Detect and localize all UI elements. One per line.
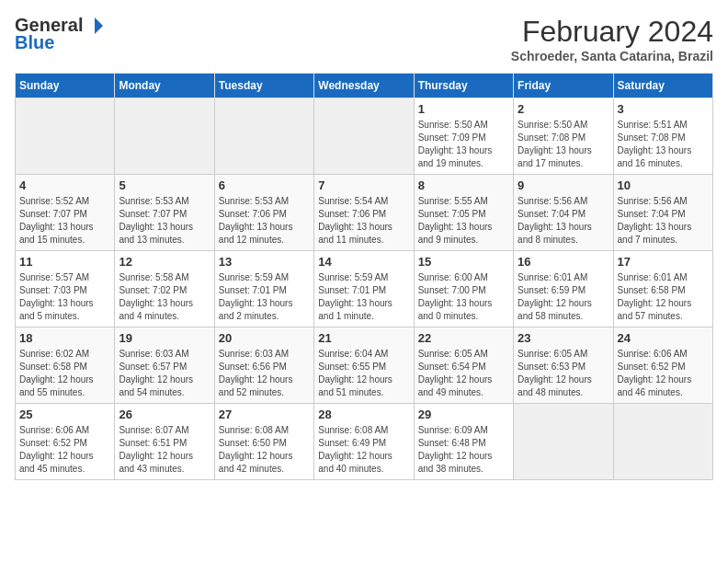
day-info: Sunrise: 5:50 AMSunset: 7:09 PMDaylight:… bbox=[418, 119, 509, 170]
day-info: Sunrise: 6:03 AMSunset: 6:56 PMDaylight:… bbox=[219, 348, 310, 399]
day-of-week-header: Friday bbox=[514, 74, 613, 98]
logo-blue-text: Blue bbox=[15, 32, 54, 53]
calendar-cell: 11Sunrise: 5:57 AMSunset: 7:03 PMDayligh… bbox=[16, 251, 115, 327]
calendar-cell: 16Sunrise: 6:01 AMSunset: 6:59 PMDayligh… bbox=[514, 251, 613, 327]
calendar-cell: 19Sunrise: 6:03 AMSunset: 6:57 PMDayligh… bbox=[115, 327, 214, 404]
day-info: Sunrise: 6:00 AMSunset: 7:00 PMDaylight:… bbox=[418, 271, 509, 323]
calendar-cell: 28Sunrise: 6:08 AMSunset: 6:49 PMDayligh… bbox=[314, 404, 414, 480]
day-info: Sunrise: 6:07 AMSunset: 6:51 PMDaylight:… bbox=[119, 424, 210, 476]
day-number: 3 bbox=[618, 102, 709, 116]
day-info: Sunrise: 5:54 AMSunset: 7:06 PMDaylight:… bbox=[318, 195, 409, 247]
calendar-cell bbox=[613, 404, 712, 480]
calendar-cell: 18Sunrise: 6:02 AMSunset: 6:58 PMDayligh… bbox=[16, 327, 115, 404]
calendar-cell: 3Sunrise: 5:51 AMSunset: 7:08 PMDaylight… bbox=[613, 98, 712, 175]
day-number: 19 bbox=[119, 331, 210, 345]
calendar-cell: 21Sunrise: 6:04 AMSunset: 6:55 PMDayligh… bbox=[314, 327, 414, 404]
day-number: 4 bbox=[19, 178, 110, 192]
calendar-week-row: 18Sunrise: 6:02 AMSunset: 6:58 PMDayligh… bbox=[16, 327, 713, 404]
calendar-cell: 9Sunrise: 5:56 AMSunset: 7:04 PMDaylight… bbox=[514, 175, 613, 251]
calendar-cell: 23Sunrise: 6:05 AMSunset: 6:53 PMDayligh… bbox=[514, 327, 613, 404]
day-of-week-header: Sunday bbox=[16, 74, 115, 98]
calendar-week-row: 25Sunrise: 6:06 AMSunset: 6:52 PMDayligh… bbox=[16, 404, 713, 480]
day-number: 5 bbox=[119, 178, 210, 192]
day-number: 8 bbox=[418, 178, 509, 192]
day-info: Sunrise: 6:01 AMSunset: 6:59 PMDaylight:… bbox=[518, 271, 609, 323]
calendar-header-row: SundayMondayTuesdayWednesdayThursdayFrid… bbox=[16, 74, 713, 98]
day-number: 24 bbox=[618, 331, 709, 345]
calendar-cell: 6Sunrise: 5:53 AMSunset: 7:06 PMDaylight… bbox=[214, 175, 313, 251]
day-number: 17 bbox=[618, 255, 709, 269]
day-info: Sunrise: 5:56 AMSunset: 7:04 PMDaylight:… bbox=[518, 195, 609, 247]
calendar-cell: 29Sunrise: 6:09 AMSunset: 6:48 PMDayligh… bbox=[414, 404, 513, 480]
day-info: Sunrise: 6:08 AMSunset: 6:50 PMDaylight:… bbox=[219, 424, 310, 476]
calendar-week-row: 11Sunrise: 5:57 AMSunset: 7:03 PMDayligh… bbox=[16, 251, 713, 327]
day-number: 27 bbox=[219, 408, 310, 421]
day-info: Sunrise: 6:05 AMSunset: 6:54 PMDaylight:… bbox=[418, 348, 509, 399]
calendar-cell: 2Sunrise: 5:50 AMSunset: 7:08 PMDaylight… bbox=[514, 98, 613, 175]
title-area: February 2024 Schroeder, Santa Catarina,… bbox=[511, 15, 713, 63]
calendar-cell: 25Sunrise: 6:06 AMSunset: 6:52 PMDayligh… bbox=[16, 404, 115, 480]
day-info: Sunrise: 5:58 AMSunset: 7:02 PMDaylight:… bbox=[119, 271, 210, 323]
day-number: 11 bbox=[19, 255, 110, 269]
calendar-cell bbox=[314, 98, 414, 175]
day-number: 7 bbox=[318, 178, 409, 192]
day-of-week-header: Monday bbox=[115, 74, 214, 98]
day-of-week-header: Wednesday bbox=[314, 74, 414, 98]
calendar-cell: 26Sunrise: 6:07 AMSunset: 6:51 PMDayligh… bbox=[115, 404, 214, 480]
calendar-cell: 13Sunrise: 5:59 AMSunset: 7:01 PMDayligh… bbox=[214, 251, 313, 327]
calendar-cell: 10Sunrise: 5:56 AMSunset: 7:04 PMDayligh… bbox=[613, 175, 712, 251]
calendar-cell bbox=[214, 98, 313, 175]
day-info: Sunrise: 5:55 AMSunset: 7:05 PMDaylight:… bbox=[418, 195, 509, 247]
calendar-cell: 17Sunrise: 6:01 AMSunset: 6:58 PMDayligh… bbox=[613, 251, 712, 327]
day-number: 20 bbox=[219, 331, 310, 345]
day-info: Sunrise: 5:57 AMSunset: 7:03 PMDaylight:… bbox=[19, 271, 110, 323]
day-info: Sunrise: 5:52 AMSunset: 7:07 PMDaylight:… bbox=[19, 195, 110, 247]
day-number: 6 bbox=[219, 178, 310, 192]
calendar-cell: 22Sunrise: 6:05 AMSunset: 6:54 PMDayligh… bbox=[414, 327, 513, 404]
day-number: 28 bbox=[318, 408, 409, 421]
day-of-week-header: Tuesday bbox=[214, 74, 313, 98]
day-info: Sunrise: 6:02 AMSunset: 6:58 PMDaylight:… bbox=[19, 348, 110, 399]
calendar-cell: 12Sunrise: 5:58 AMSunset: 7:02 PMDayligh… bbox=[115, 251, 214, 327]
day-info: Sunrise: 6:09 AMSunset: 6:48 PMDaylight:… bbox=[418, 424, 509, 476]
calendar-cell bbox=[514, 404, 613, 480]
calendar-cell: 15Sunrise: 6:00 AMSunset: 7:00 PMDayligh… bbox=[414, 251, 513, 327]
header: General Blue February 2024 Schroeder, Sa… bbox=[15, 15, 713, 63]
calendar-cell bbox=[115, 98, 214, 175]
day-number: 21 bbox=[318, 331, 409, 345]
day-number: 22 bbox=[418, 331, 509, 345]
location-subtitle: Schroeder, Santa Catarina, Brazil bbox=[511, 49, 713, 63]
logo: General Blue bbox=[15, 15, 105, 53]
day-info: Sunrise: 6:03 AMSunset: 6:57 PMDaylight:… bbox=[119, 348, 210, 399]
day-number: 29 bbox=[418, 408, 509, 421]
day-number: 26 bbox=[119, 408, 210, 421]
calendar-table: SundayMondayTuesdayWednesdayThursdayFrid… bbox=[15, 73, 713, 480]
day-of-week-header: Saturday bbox=[613, 74, 712, 98]
calendar-cell: 14Sunrise: 5:59 AMSunset: 7:01 PMDayligh… bbox=[314, 251, 414, 327]
day-number: 1 bbox=[418, 102, 509, 116]
day-info: Sunrise: 5:50 AMSunset: 7:08 PMDaylight:… bbox=[518, 119, 609, 170]
day-number: 12 bbox=[119, 255, 210, 269]
calendar-cell: 4Sunrise: 5:52 AMSunset: 7:07 PMDaylight… bbox=[16, 175, 115, 251]
day-number: 18 bbox=[19, 331, 110, 345]
calendar-cell: 24Sunrise: 6:06 AMSunset: 6:52 PMDayligh… bbox=[613, 327, 712, 404]
day-info: Sunrise: 6:04 AMSunset: 6:55 PMDaylight:… bbox=[318, 348, 409, 399]
day-number: 14 bbox=[318, 255, 409, 269]
calendar-cell: 1Sunrise: 5:50 AMSunset: 7:09 PMDaylight… bbox=[414, 98, 513, 175]
calendar-cell: 27Sunrise: 6:08 AMSunset: 6:50 PMDayligh… bbox=[214, 404, 313, 480]
day-info: Sunrise: 6:06 AMSunset: 6:52 PMDaylight:… bbox=[19, 424, 110, 476]
day-number: 2 bbox=[518, 102, 609, 116]
day-number: 15 bbox=[418, 255, 509, 269]
calendar-week-row: 1Sunrise: 5:50 AMSunset: 7:09 PMDaylight… bbox=[16, 98, 713, 175]
day-info: Sunrise: 6:06 AMSunset: 6:52 PMDaylight:… bbox=[618, 348, 709, 399]
calendar-cell bbox=[16, 98, 115, 175]
day-of-week-header: Thursday bbox=[414, 74, 513, 98]
day-number: 13 bbox=[219, 255, 310, 269]
day-info: Sunrise: 5:51 AMSunset: 7:08 PMDaylight:… bbox=[618, 119, 709, 170]
day-number: 25 bbox=[19, 408, 110, 421]
day-info: Sunrise: 6:08 AMSunset: 6:49 PMDaylight:… bbox=[318, 424, 409, 476]
day-info: Sunrise: 5:53 AMSunset: 7:06 PMDaylight:… bbox=[219, 195, 310, 247]
day-info: Sunrise: 6:01 AMSunset: 6:58 PMDaylight:… bbox=[618, 271, 709, 323]
day-number: 9 bbox=[518, 178, 609, 192]
day-info: Sunrise: 5:56 AMSunset: 7:04 PMDaylight:… bbox=[618, 195, 709, 247]
